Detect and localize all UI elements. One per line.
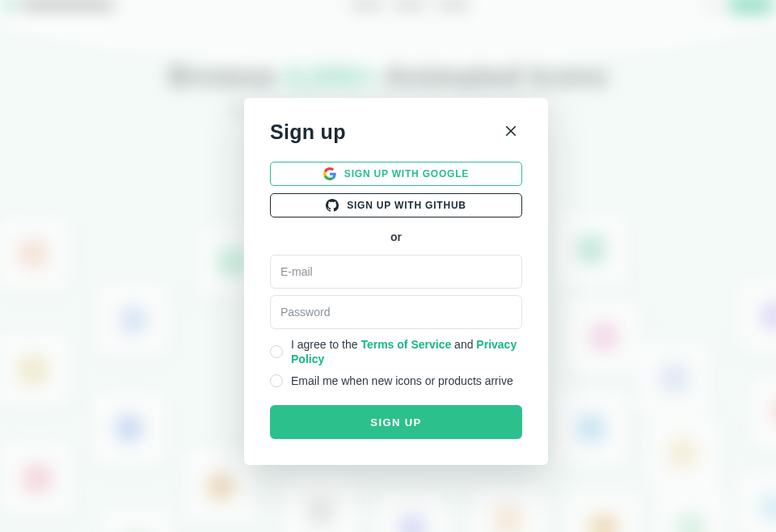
signup-google-button[interactable]: SIGN UP WITH GOOGLE: [270, 162, 522, 186]
hero-suffix: Animated Icons: [385, 59, 608, 93]
github-icon: [326, 199, 339, 212]
modal-title: Sign up: [270, 120, 346, 144]
hero-number: 4,000+: [285, 59, 377, 93]
terms-of-service-link[interactable]: Terms of Service: [361, 338, 451, 351]
signup-submit-button[interactable]: SIGN UP: [270, 405, 522, 439]
signup-github-label: SIGN UP WITH GITHUB: [347, 200, 466, 211]
google-icon: [323, 167, 336, 180]
newsletter-label: Email me when new icons or products arri…: [291, 374, 513, 387]
hero-prefix: Browse: [168, 59, 276, 93]
agree-prefix: I agree to the: [291, 338, 361, 351]
email-field-wrapper: [270, 255, 522, 289]
or-separator: or: [270, 230, 522, 243]
newsletter-checkbox[interactable]: [270, 374, 283, 387]
signup-submit-label: SIGN UP: [370, 416, 421, 429]
password-field[interactable]: [280, 306, 512, 319]
signup-google-label: SIGN UP WITH GOOGLE: [344, 168, 469, 179]
password-field-wrapper: [270, 295, 522, 329]
agree-row: I agree to the Terms of Service and Priv…: [270, 337, 522, 366]
close-button[interactable]: [500, 121, 522, 144]
newsletter-row: Email me when new icons or products arri…: [270, 374, 522, 387]
signup-modal: Sign up SIGN UP WITH GOOGLE: [244, 98, 548, 465]
signup-github-button[interactable]: SIGN UP WITH GITHUB: [270, 193, 522, 217]
agree-middle: and: [451, 338, 476, 351]
email-field[interactable]: [280, 265, 512, 278]
close-icon: [504, 124, 518, 141]
agree-checkbox[interactable]: [270, 345, 283, 358]
